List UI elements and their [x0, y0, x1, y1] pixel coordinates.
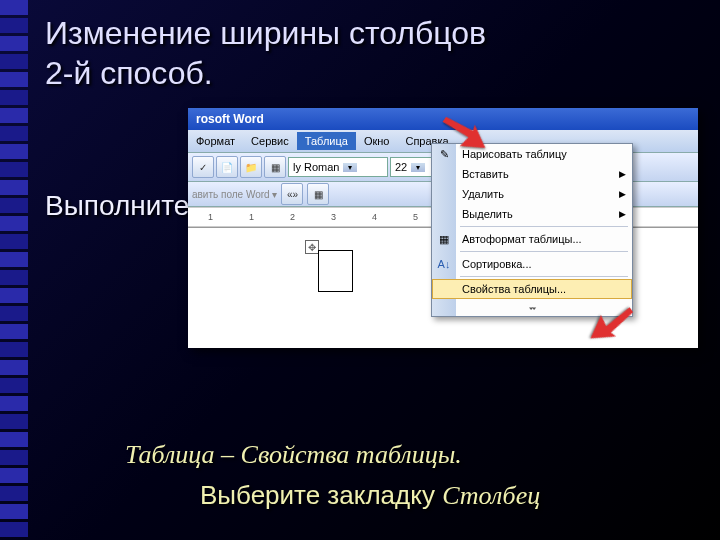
toolbar-button[interactable]: «»: [281, 183, 303, 205]
ruler-mark: 2: [290, 212, 295, 222]
toolbar-button[interactable]: ▦: [307, 183, 329, 205]
chevron-down-icon: ▾: [411, 163, 425, 172]
menu-item-label: Выделить: [462, 208, 513, 220]
font-size: 22: [395, 161, 407, 173]
menu-item-properties[interactable]: Свойства таблицы...: [432, 279, 632, 299]
menu-separator: [460, 276, 628, 277]
font-name: ly Roman: [293, 161, 339, 173]
menu-item-label: Сортировка...: [462, 258, 532, 270]
table-cell[interactable]: [318, 250, 353, 292]
table-dropdown-menu: ✎ Нарисовать таблицу Вставить ▶ Удалить …: [431, 143, 633, 317]
submenu-arrow-icon: ▶: [619, 189, 626, 199]
menu-table[interactable]: Таблица: [297, 132, 356, 150]
menu-item-insert[interactable]: Вставить ▶: [432, 164, 632, 184]
ruler-mark: 5: [413, 212, 418, 222]
chevron-down-icon: ▾: [343, 163, 357, 172]
pencil-icon: ✎: [435, 146, 453, 162]
menu-item-label: Автоформат таблицы...: [462, 233, 582, 245]
ruler-mark: 4: [372, 212, 377, 222]
font-combo[interactable]: ly Roman ▾: [288, 157, 388, 177]
menu-tools[interactable]: Сервис: [243, 132, 297, 150]
menu-window[interactable]: Окно: [356, 132, 398, 150]
menu-item-label: Вставить: [462, 168, 509, 180]
menu-item-label: Удалить: [462, 188, 504, 200]
chevron-down-icon: ▾▾: [529, 305, 535, 311]
ruler-mark: 3: [331, 212, 336, 222]
slide-title-line1: Изменение ширины столбцов: [45, 15, 486, 52]
table-move-handle-icon[interactable]: ✥: [305, 240, 319, 254]
slide-footer-path: Таблица – Свойства таблицы.: [125, 440, 462, 470]
sort-icon: A↓: [435, 256, 453, 272]
submenu-arrow-icon: ▶: [619, 209, 626, 219]
slide-accent-strip: [0, 0, 28, 540]
menu-separator: [460, 226, 628, 227]
slide-title-line2: 2-й способ.: [45, 55, 213, 92]
toolbar-button[interactable]: 📄: [216, 156, 238, 178]
footer2-plain: Выберите закладку: [200, 480, 442, 510]
spellcheck-icon[interactable]: ✓: [192, 156, 214, 178]
ruler-mark: 1: [208, 212, 213, 222]
insert-field-label[interactable]: авить поле Word ▾: [192, 189, 277, 200]
menu-item-label: Свойства таблицы...: [462, 283, 566, 295]
menu-item-select[interactable]: Выделить ▶: [432, 204, 632, 224]
menu-item-autoformat[interactable]: ▦ Автоформат таблицы...: [432, 229, 632, 249]
footer2-italic: Столбец: [442, 481, 540, 510]
menu-item-delete[interactable]: Удалить ▶: [432, 184, 632, 204]
slide-instruction: Выполните:: [45, 190, 197, 222]
menu-item-sort[interactable]: A↓ Сортировка...: [432, 254, 632, 274]
toolbar-button[interactable]: ▦: [264, 156, 286, 178]
toolbar-button[interactable]: 📁: [240, 156, 262, 178]
table-format-icon: ▦: [435, 231, 453, 247]
menu-format[interactable]: Формат: [188, 132, 243, 150]
slide-footer-action: Выберите закладку Столбец: [200, 480, 540, 511]
ruler-mark: 1: [249, 212, 254, 222]
menu-separator: [460, 251, 628, 252]
submenu-arrow-icon: ▶: [619, 169, 626, 179]
